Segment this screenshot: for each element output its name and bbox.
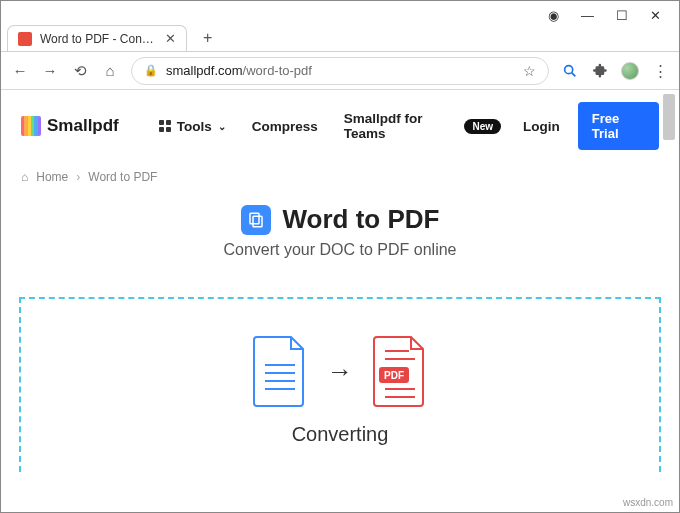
close-tab-icon[interactable]: ✕ <box>165 31 176 46</box>
pdf-file-icon: PDF <box>371 335 429 407</box>
favicon-icon <box>18 32 32 46</box>
profile-avatar[interactable] <box>621 62 639 80</box>
tab-strip: Word to PDF - Convert your DOC… ✕ + <box>1 21 679 51</box>
close-window-button[interactable]: ✕ <box>650 8 661 23</box>
word-to-pdf-icon <box>241 205 271 235</box>
dropzone[interactable]: → PDF Converting <box>19 297 661 472</box>
svg-text:PDF: PDF <box>384 370 404 381</box>
conversion-status: Converting <box>21 423 659 446</box>
arrow-right-icon: → <box>327 356 353 387</box>
browser-toolbar: ← → ⟲ ⌂ 🔒 smallpdf.com/word-to-pdf ☆ ⋮ <box>1 52 679 90</box>
page-viewport: Smallpdf Tools ⌄ Compress Smallpdf for T… <box>1 90 679 498</box>
url-text: smallpdf.com/word-to-pdf <box>166 63 312 78</box>
reload-button[interactable]: ⟲ <box>71 62 89 80</box>
new-badge: New <box>464 119 501 134</box>
header-right: Login Free Trial <box>523 102 659 150</box>
free-trial-button[interactable]: Free Trial <box>578 102 659 150</box>
svg-rect-3 <box>253 216 262 227</box>
breadcrumb-separator: › <box>76 170 80 184</box>
minimize-button[interactable]: — <box>581 8 594 23</box>
breadcrumb: ⌂ Home › Word to PDF <box>1 162 679 198</box>
brand-name: Smallpdf <box>47 116 119 136</box>
tab-title: Word to PDF - Convert your DOC… <box>40 32 157 46</box>
nav-compress[interactable]: Compress <box>252 119 318 134</box>
nav-tools-label: Tools <box>177 119 212 134</box>
scrollbar-track[interactable] <box>663 90 677 498</box>
maximize-button[interactable]: ☐ <box>616 8 628 23</box>
chrome-menu-icon[interactable]: ⋮ <box>651 62 669 80</box>
login-link[interactable]: Login <box>523 119 560 134</box>
extensions-icon[interactable] <box>591 62 609 80</box>
nav-tools[interactable]: Tools ⌄ <box>159 119 226 134</box>
watermark: wsxdn.com <box>623 497 673 508</box>
page-title: Word to PDF <box>283 204 440 235</box>
account-dot-icon[interactable]: ◉ <box>548 8 559 23</box>
chevron-down-icon: ⌄ <box>218 121 226 132</box>
new-tab-button[interactable]: + <box>197 25 218 51</box>
breadcrumb-home[interactable]: Home <box>36 170 68 184</box>
breadcrumb-current: Word to PDF <box>88 170 157 184</box>
hero: Word to PDF Convert your DOC to PDF onli… <box>1 198 679 279</box>
site-header: Smallpdf Tools ⌄ Compress Smallpdf for T… <box>1 90 679 162</box>
forward-button[interactable]: → <box>41 62 59 80</box>
svg-point-0 <box>565 65 573 73</box>
bookmark-star-icon[interactable]: ☆ <box>523 63 536 79</box>
window-controls: ◉ — ☐ ✕ <box>1 1 679 21</box>
search-icon[interactable] <box>561 62 579 80</box>
svg-line-1 <box>572 72 576 76</box>
conversion-graphic: → PDF <box>21 335 659 407</box>
home-button[interactable]: ⌂ <box>101 62 119 80</box>
logo-mark-icon <box>21 116 41 136</box>
primary-nav: Tools ⌄ Compress Smallpdf for Teams New <box>159 111 501 141</box>
address-bar[interactable]: 🔒 smallpdf.com/word-to-pdf ☆ <box>131 57 549 85</box>
back-button[interactable]: ← <box>11 62 29 80</box>
brand-logo[interactable]: Smallpdf <box>21 116 119 136</box>
page-subtitle: Convert your DOC to PDF online <box>1 241 679 259</box>
grid-icon <box>159 120 171 132</box>
lock-icon: 🔒 <box>144 64 158 77</box>
browser-tab[interactable]: Word to PDF - Convert your DOC… ✕ <box>7 25 187 51</box>
doc-file-icon <box>251 335 309 407</box>
nav-teams[interactable]: Smallpdf for Teams New <box>344 111 501 141</box>
scrollbar-thumb[interactable] <box>663 94 675 140</box>
home-icon: ⌂ <box>21 170 28 184</box>
svg-rect-2 <box>250 213 259 224</box>
